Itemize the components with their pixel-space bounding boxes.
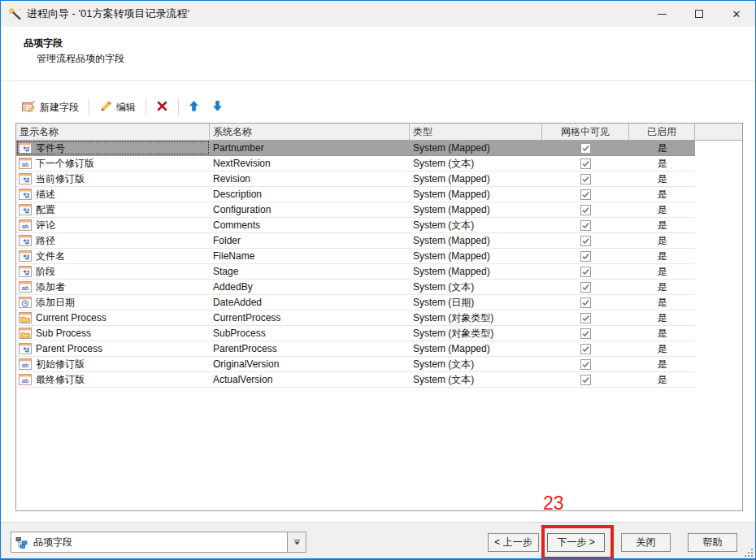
text-icon: ab (19, 374, 32, 385)
display-name: 初始修订版 (36, 357, 85, 371)
display-name: Sub Process (36, 326, 91, 341)
display-name: 评论 (36, 218, 55, 232)
edit-field-button[interactable]: 编辑 (93, 97, 142, 118)
visible-checkbox[interactable] (580, 236, 591, 246)
svg-text:ab: ab (22, 377, 28, 384)
enabled-value: 是 (629, 249, 695, 263)
enabled-value: 是 (629, 202, 695, 217)
field-type: System (Mapped) (410, 249, 542, 263)
table-row[interactable]: Current ProcessCurrentProcessSystem (对象类… (16, 310, 695, 326)
visible-checkbox[interactable] (580, 282, 591, 293)
visible-checkbox[interactable] (580, 220, 591, 231)
visible-checkbox[interactable] (580, 189, 591, 200)
visible-checkbox[interactable] (580, 267, 591, 277)
table-row[interactable]: Sub ProcessSubProcessSystem (对象类型)是 (16, 326, 695, 341)
grid-visible-cell (542, 282, 629, 293)
table-row[interactable]: 配置ConfigurationSystem (Mapped)是 (16, 202, 695, 218)
new-field-icon: * (22, 100, 36, 115)
display-name-cell: ab初始修订版 (16, 357, 210, 371)
visible-checkbox[interactable] (580, 375, 591, 385)
visible-checkbox[interactable] (580, 251, 591, 262)
field-type: System (Mapped) (410, 264, 542, 279)
wizard-page-header: 品项字段 管理流程品项的字段 (1, 28, 755, 81)
wizard-step-combobox[interactable]: 品项字段 (11, 532, 306, 553)
display-name: Parent Process (36, 341, 102, 356)
table-row[interactable]: ab下一个修订版NextRevisionSystem (文本)是 (16, 156, 695, 171)
visible-checkbox[interactable] (580, 158, 591, 169)
visible-checkbox[interactable] (580, 328, 591, 339)
field-type: System (对象类型) (410, 310, 542, 325)
display-name: 配置 (36, 202, 55, 217)
display-name: 阶段 (36, 264, 55, 279)
table-row[interactable]: 文件名FileNameSystem (Mapped)是 (16, 249, 695, 264)
move-up-button[interactable] (182, 97, 206, 118)
mapped-icon (19, 235, 32, 246)
table-row[interactable]: 阶段StageSystem (Mapped)是 (16, 264, 695, 280)
table-row[interactable]: 零件号PartnumberSystem (Mapped)是 (16, 141, 695, 156)
delete-field-button[interactable] (150, 97, 175, 118)
combobox-dropdown-button[interactable] (287, 532, 306, 552)
hierarchy-icon (15, 536, 28, 549)
enabled-value: 是 (629, 357, 695, 371)
system-name: ParentProcess (210, 341, 410, 356)
enabled-value: 是 (629, 295, 695, 310)
maximize-button[interactable] (680, 1, 718, 27)
svg-text:ab: ab (22, 161, 28, 168)
svg-text:ab: ab (22, 362, 28, 369)
close-icon: ✕ (732, 9, 741, 20)
fields-toolbar: * 新建字段 编辑 (15, 96, 229, 119)
table-row[interactable]: 路径FolderSystem (Mapped)是 (16, 233, 695, 249)
column-header-grid-visible[interactable]: 网格中可见 (542, 124, 629, 140)
enabled-value: 是 (629, 341, 695, 356)
column-header-enabled[interactable]: 已启用 (629, 124, 695, 140)
system-name: Comments (210, 218, 410, 232)
field-type: System (对象类型) (410, 326, 542, 341)
table-row[interactable]: 添加日期DateAddedSystem (日期)是 (16, 295, 695, 310)
visible-checkbox[interactable] (580, 344, 591, 354)
resize-grip[interactable] (744, 548, 754, 558)
new-field-button[interactable]: * 新建字段 (15, 97, 85, 118)
process-wizard-dialog: 进程向导 - '01方案转项目记录流程' ✕ 品项字段 管理流程品项的字段 * (0, 0, 756, 560)
table-row[interactable]: 当前修订版RevisionSystem (Mapped)是 (16, 171, 695, 187)
table-row[interactable]: ab添加者AddedBySystem (文本)是 (16, 280, 695, 295)
field-type: System (Mapped) (410, 141, 542, 155)
toolbar-separator (89, 98, 89, 116)
minimize-button[interactable] (643, 1, 680, 27)
chevron-down-icon (293, 536, 301, 549)
move-down-button[interactable] (206, 97, 229, 118)
visible-checkbox[interactable] (580, 313, 591, 323)
grid-visible-cell (542, 143, 629, 154)
visible-checkbox[interactable] (580, 143, 591, 154)
enabled-value: 是 (629, 264, 695, 279)
mapped-icon (19, 189, 32, 200)
display-name: 添加者 (36, 280, 65, 294)
column-header-type[interactable]: 类型 (410, 124, 542, 140)
column-header-display-name[interactable]: 显示名称 (16, 124, 210, 140)
table-row[interactable]: 描述DescriptionSystem (Mapped)是 (16, 187, 695, 202)
next-button[interactable]: 下一步 > (547, 533, 605, 552)
column-header-filler (695, 124, 742, 140)
system-name: FileName (210, 249, 410, 263)
system-name: Partnumber (210, 141, 410, 155)
close-dialog-button[interactable]: 关闭 (621, 533, 671, 552)
system-name: Configuration (210, 202, 410, 217)
visible-checkbox[interactable] (580, 297, 591, 308)
visible-checkbox[interactable] (580, 205, 591, 215)
display-name-cell: Sub Process (16, 326, 210, 341)
date-icon (19, 297, 32, 308)
column-header-system-name[interactable]: 系统名称 (210, 124, 410, 140)
new-field-label: 新建字段 (40, 101, 79, 115)
visible-checkbox[interactable] (580, 359, 591, 370)
back-button[interactable]: < 上一步 (488, 533, 539, 552)
text-icon: ab (19, 219, 32, 231)
close-button[interactable]: ✕ (718, 1, 755, 27)
help-button[interactable]: 帮助 (688, 533, 737, 552)
table-row[interactable]: ab最终修订版ActualVersionSystem (文本)是 (16, 372, 695, 388)
table-row[interactable]: ab初始修订版OriginalVersionSystem (文本)是 (16, 357, 695, 372)
visible-checkbox[interactable] (580, 174, 591, 184)
table-row[interactable]: Parent ProcessParentProcessSystem (Mappe… (16, 341, 695, 357)
enabled-value: 是 (629, 141, 695, 155)
enabled-value: 是 (629, 218, 695, 232)
display-name-cell: 配置 (16, 202, 210, 217)
table-row[interactable]: ab评论CommentsSystem (文本)是 (16, 218, 695, 233)
